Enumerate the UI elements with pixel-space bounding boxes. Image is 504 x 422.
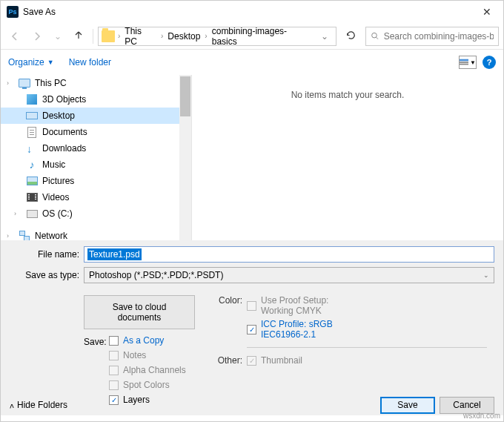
check-icc-profile[interactable]: ✓ ICC Profile: sRGB IEC61966-2.1 bbox=[247, 319, 333, 340]
checkbox-icon[interactable] bbox=[109, 336, 119, 346]
network-icon bbox=[19, 230, 30, 240]
tree-documents[interactable]: Documents bbox=[1, 124, 191, 140]
save-form: File name: Texture1.psd Save as type: Ph… bbox=[1, 240, 503, 415]
view-options-button[interactable]: ▼ bbox=[459, 56, 477, 69]
hide-folders-button[interactable]: ʌ Hide Folders bbox=[10, 400, 67, 410]
forward-button[interactable] bbox=[27, 28, 47, 44]
app-icon: Ps bbox=[7, 6, 19, 18]
check-proof-setup: Use Proof Setup: Working CMYK bbox=[247, 295, 333, 316]
save-button[interactable]: Save bbox=[380, 397, 435, 414]
tree-videos[interactable]: Videos bbox=[1, 189, 191, 205]
save-type-label: Save as type: bbox=[10, 270, 84, 280]
tree-label: Documents bbox=[42, 127, 87, 137]
svg-rect-3 bbox=[460, 62, 468, 63]
tree-pictures[interactable]: Pictures bbox=[1, 173, 191, 189]
empty-message: No items match your search. bbox=[291, 90, 405, 100]
save-type-select[interactable]: Photoshop (*.PSD;*.PDD;*.PSDT) ⌄ bbox=[84, 267, 494, 283]
search-input[interactable] bbox=[365, 27, 499, 46]
svg-rect-4 bbox=[460, 64, 468, 65]
check-notes: Notes bbox=[109, 350, 186, 360]
tree-network[interactable]: › Network bbox=[1, 228, 191, 240]
new-folder-button[interactable]: New folder bbox=[69, 57, 111, 67]
tree-music[interactable]: ♪ Music bbox=[1, 156, 191, 173]
breadcrumb[interactable]: › This PC › Desktop › combining-images-b… bbox=[98, 27, 336, 46]
tree-label: Music bbox=[42, 159, 65, 170]
chevron-right-icon: › bbox=[14, 210, 21, 217]
close-button[interactable]: ✕ bbox=[477, 3, 497, 21]
tree-label: Pictures bbox=[42, 176, 74, 186]
checkbox-icon[interactable]: ✓ bbox=[247, 325, 256, 334]
download-icon bbox=[26, 142, 38, 154]
tree-label: 3D Objects bbox=[42, 94, 86, 105]
file-list-pane[interactable]: No items match your search. bbox=[192, 75, 503, 240]
chevron-down-icon: ⌄ bbox=[483, 271, 489, 279]
check-alpha-channels: Alpha Channels bbox=[109, 365, 186, 375]
chevron-right-icon: › bbox=[161, 32, 163, 40]
tree-label: Downloads bbox=[42, 143, 86, 154]
disk-icon bbox=[26, 208, 38, 220]
checkbox-icon bbox=[109, 366, 119, 375]
breadcrumb-dropdown[interactable]: ⌄ bbox=[316, 31, 333, 42]
window-title: Save As bbox=[23, 7, 56, 17]
checkbox-icon bbox=[109, 351, 119, 360]
crumb-folder[interactable]: combining-images-basics bbox=[209, 24, 315, 48]
help-button[interactable]: ? bbox=[483, 56, 496, 69]
document-icon bbox=[26, 126, 38, 138]
music-icon: ♪ bbox=[26, 159, 38, 171]
checkbox-icon bbox=[247, 301, 256, 311]
tree-label: OS (C:) bbox=[42, 208, 73, 219]
color-label: Color: bbox=[210, 295, 242, 340]
chevron-up-icon: ʌ bbox=[10, 401, 14, 409]
svg-line-1 bbox=[376, 37, 377, 39]
back-button[interactable] bbox=[5, 28, 24, 44]
recent-dropdown[interactable]: ⌄ bbox=[50, 28, 66, 44]
file-name-value: Texture1.psd bbox=[87, 248, 142, 260]
desktop-icon bbox=[26, 110, 38, 122]
chevron-right-icon: › bbox=[7, 79, 14, 87]
toolbar: Organize ▼ New folder ▼ ? bbox=[1, 50, 503, 75]
checkbox-icon: ✓ bbox=[247, 356, 256, 366]
check-spot-colors: Spot Colors bbox=[109, 380, 186, 390]
chevron-right-icon: › bbox=[7, 232, 14, 240]
tree-label: Desktop bbox=[42, 111, 75, 121]
up-button[interactable] bbox=[69, 27, 88, 45]
tree-3d-objects[interactable]: 3D Objects bbox=[1, 91, 191, 108]
watermark: wsxdn.com bbox=[463, 412, 500, 420]
svg-rect-2 bbox=[460, 59, 468, 62]
tree-this-pc[interactable]: › This PC bbox=[1, 75, 191, 91]
tree-downloads[interactable]: Downloads bbox=[1, 140, 191, 156]
check-as-a-copy[interactable]: As a Copy bbox=[109, 335, 186, 346]
tree-label: Network bbox=[35, 231, 67, 240]
file-name-label: File name: bbox=[10, 249, 84, 260]
save-to-cloud-button[interactable]: Save to cloud documents bbox=[84, 295, 195, 329]
footer: ʌ Hide Folders Save Cancel bbox=[1, 393, 503, 417]
tree-desktop[interactable]: Desktop bbox=[1, 108, 191, 124]
crumb-this-pc[interactable]: This PC bbox=[122, 24, 159, 48]
tree-label: This PC bbox=[35, 78, 67, 88]
title-bar: Ps Save As ✕ bbox=[1, 1, 503, 23]
tree-os-drive[interactable]: › OS (C:) bbox=[1, 205, 191, 222]
picture-icon bbox=[26, 175, 38, 187]
search-field[interactable] bbox=[384, 31, 494, 42]
other-label: Other: bbox=[210, 355, 242, 366]
pc-icon bbox=[19, 77, 30, 89]
chevron-right-icon: › bbox=[118, 32, 120, 40]
scrollbar[interactable] bbox=[179, 75, 191, 240]
video-icon bbox=[26, 191, 38, 203]
crumb-desktop[interactable]: Desktop bbox=[165, 30, 203, 43]
svg-point-0 bbox=[372, 33, 377, 38]
search-icon bbox=[371, 31, 379, 41]
nav-bar: ⌄ › This PC › Desktop › combining-images… bbox=[1, 23, 503, 50]
tree-label: Videos bbox=[42, 192, 69, 202]
file-name-input[interactable]: Texture1.psd bbox=[84, 246, 494, 263]
cube-icon bbox=[26, 93, 38, 105]
folder-icon bbox=[102, 30, 115, 42]
save-type-value: Photoshop (*.PSD;*.PDD;*.PSDT) bbox=[89, 270, 223, 280]
chevron-right-icon: › bbox=[205, 32, 207, 40]
divider bbox=[247, 347, 487, 348]
folder-tree: › This PC 3D Objects Desktop Documents D… bbox=[1, 75, 192, 240]
checkbox-icon bbox=[109, 380, 119, 390]
check-thumbnail: ✓ Thumbnail bbox=[247, 355, 302, 366]
organize-menu[interactable]: Organize ▼ bbox=[8, 57, 54, 67]
refresh-button[interactable] bbox=[339, 27, 362, 46]
